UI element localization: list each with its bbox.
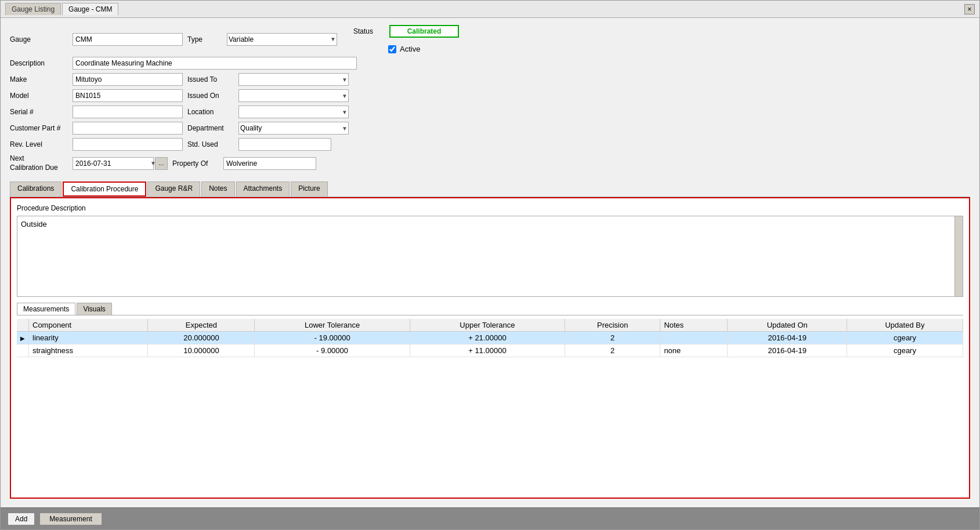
col-expected: Expected bbox=[148, 319, 255, 332]
row2-updated-by: cgeary bbox=[847, 344, 963, 357]
tabs-area: Calibrations Calibration Procedure Gauge… bbox=[10, 181, 970, 499]
col-upper-tolerance: Upper Tolerance bbox=[410, 319, 565, 332]
location-label: Location bbox=[187, 108, 234, 116]
add-button[interactable]: Add bbox=[8, 513, 35, 525]
department-wrapper: Quality Production Engineering ▼ bbox=[238, 122, 349, 135]
status-value: Calibrated bbox=[389, 25, 459, 38]
serial-input[interactable] bbox=[73, 106, 183, 118]
col-notes: Notes bbox=[660, 319, 728, 332]
std-used-input[interactable] bbox=[238, 138, 331, 151]
model-label: Model bbox=[10, 92, 68, 100]
content-area: Gauge Type Variable Attribute Other ▼ bbox=[1, 18, 979, 507]
tab-calibration-procedure[interactable]: Calibration Procedure bbox=[63, 181, 146, 197]
row2-lower-tolerance: - 9.00000 bbox=[255, 344, 410, 357]
title-bar: Gauge Listing Gauge - CMM × bbox=[1, 1, 979, 18]
type-label: Type bbox=[187, 35, 222, 43]
type-select[interactable]: Variable Attribute Other bbox=[227, 33, 337, 46]
date-picker-button[interactable]: … bbox=[155, 157, 168, 170]
location-wrapper: ▼ bbox=[238, 106, 349, 118]
property-of-input[interactable] bbox=[223, 157, 316, 170]
row2-updated-on: 2016-04-19 bbox=[728, 344, 847, 357]
row1-arrow: ▶ bbox=[17, 332, 29, 344]
col-component: Component bbox=[29, 319, 148, 332]
next-cal-input[interactable] bbox=[73, 157, 154, 170]
col-updated-on: Updated On bbox=[728, 319, 847, 332]
proc-desc-value: Outside bbox=[21, 220, 47, 228]
std-used-label: Std. Used bbox=[187, 140, 234, 148]
description-label: Description bbox=[10, 59, 68, 67]
bottom-bar: Add Measurement bbox=[1, 507, 979, 529]
row1-lower-tolerance: - 19.00000 bbox=[255, 332, 410, 344]
issued-on-select[interactable] bbox=[238, 89, 349, 102]
row1-updated-by: cgeary bbox=[847, 332, 963, 344]
measurement-button[interactable]: Measurement bbox=[39, 513, 102, 525]
proc-desc-label: Procedure Description bbox=[17, 204, 963, 212]
make-row: Make Issued To ▼ bbox=[10, 73, 970, 86]
row2-expected: 10.000000 bbox=[148, 344, 255, 357]
tabs-nav: Calibrations Calibration Procedure Gauge… bbox=[10, 181, 970, 197]
date-wrap: ▼ … bbox=[73, 157, 168, 170]
tab-content: Procedure Description Outside Measuremen… bbox=[10, 197, 970, 499]
model-input[interactable] bbox=[73, 89, 183, 102]
measurements-table: Component Expected Lower Tolerance Upper… bbox=[17, 319, 963, 357]
issued-to-select[interactable] bbox=[238, 73, 349, 86]
active-row: Active bbox=[388, 45, 459, 53]
serial-row: Serial # Location ▼ bbox=[10, 106, 970, 118]
issued-to-label: Issued To bbox=[187, 75, 234, 84]
department-select[interactable]: Quality Production Engineering bbox=[238, 122, 349, 135]
location-select[interactable] bbox=[238, 106, 349, 118]
row1-component: linearity bbox=[29, 332, 148, 344]
status-area: Status Calibrated Active bbox=[353, 25, 459, 53]
tab-gauge-listing[interactable]: Gauge Listing bbox=[5, 3, 61, 15]
sub-tab-visuals[interactable]: Visuals bbox=[77, 303, 111, 315]
rev-level-row: Rev. Level Std. Used bbox=[10, 138, 970, 151]
proc-desc-scrollbar[interactable] bbox=[954, 216, 963, 296]
tab-gauge-rr[interactable]: Gauge R&R bbox=[147, 181, 200, 197]
row2-arrow bbox=[17, 344, 29, 357]
top-form: Gauge Type Variable Attribute Other ▼ bbox=[10, 25, 970, 176]
tab-attachments[interactable]: Attachments bbox=[236, 181, 290, 197]
tab-gauge-cmm[interactable]: Gauge - CMM bbox=[62, 3, 118, 15]
type-select-wrapper: Variable Attribute Other ▼ bbox=[227, 33, 337, 46]
col-precision: Precision bbox=[565, 319, 660, 332]
tab-calibrations[interactable]: Calibrations bbox=[10, 181, 62, 197]
customer-part-row: Customer Part # Department Quality Produ… bbox=[10, 122, 970, 135]
close-button[interactable]: × bbox=[964, 4, 975, 14]
table-row[interactable]: straightness 10.000000 - 9.00000 + 11.00… bbox=[17, 344, 963, 357]
tab-notes[interactable]: Notes bbox=[201, 181, 234, 197]
measurements-table-container[interactable]: Component Expected Lower Tolerance Upper… bbox=[17, 319, 963, 357]
sub-tabs: Measurements Visuals bbox=[17, 303, 963, 315]
gauge-input[interactable] bbox=[73, 33, 183, 46]
left-form: Gauge Type Variable Attribute Other ▼ bbox=[10, 25, 970, 176]
rev-level-input[interactable] bbox=[73, 138, 183, 151]
row1-expected: 20.000000 bbox=[148, 332, 255, 344]
department-label: Department bbox=[187, 124, 234, 132]
customer-part-label: Customer Part # bbox=[10, 124, 68, 132]
row1-notes bbox=[660, 332, 728, 344]
row2-component: straightness bbox=[29, 344, 148, 357]
make-input[interactable] bbox=[73, 73, 183, 86]
gauge-row: Gauge Type Variable Attribute Other ▼ bbox=[10, 25, 970, 53]
description-input[interactable] bbox=[73, 57, 357, 70]
next-cal-label: NextCalibration Due bbox=[10, 154, 68, 172]
col-arrow bbox=[17, 319, 29, 332]
row1-updated-on: 2016-04-19 bbox=[728, 332, 847, 344]
sub-tab-measurements[interactable]: Measurements bbox=[17, 303, 75, 315]
tab-picture[interactable]: Picture bbox=[291, 181, 327, 197]
proc-desc-area[interactable]: Outside bbox=[17, 216, 963, 297]
serial-label: Serial # bbox=[10, 108, 68, 116]
row1-upper-tolerance: + 21.00000 bbox=[410, 332, 565, 344]
active-checkbox[interactable] bbox=[388, 45, 396, 53]
issued-to-wrapper: ▼ bbox=[238, 73, 349, 86]
issued-on-wrapper: ▼ bbox=[238, 89, 349, 102]
row2-precision: 2 bbox=[565, 344, 660, 357]
gauge-label: Gauge bbox=[10, 35, 68, 43]
row2-notes: none bbox=[660, 344, 728, 357]
col-updated-by: Updated By bbox=[847, 319, 963, 332]
table-header-row: Component Expected Lower Tolerance Upper… bbox=[17, 319, 963, 332]
status-label: Status bbox=[353, 27, 382, 35]
col-lower-tolerance: Lower Tolerance bbox=[255, 319, 410, 332]
customer-part-input[interactable] bbox=[73, 122, 183, 135]
table-row[interactable]: ▶ linearity 20.000000 - 19.00000 + 21.00… bbox=[17, 332, 963, 344]
model-row: Model Issued On ▼ bbox=[10, 89, 970, 102]
